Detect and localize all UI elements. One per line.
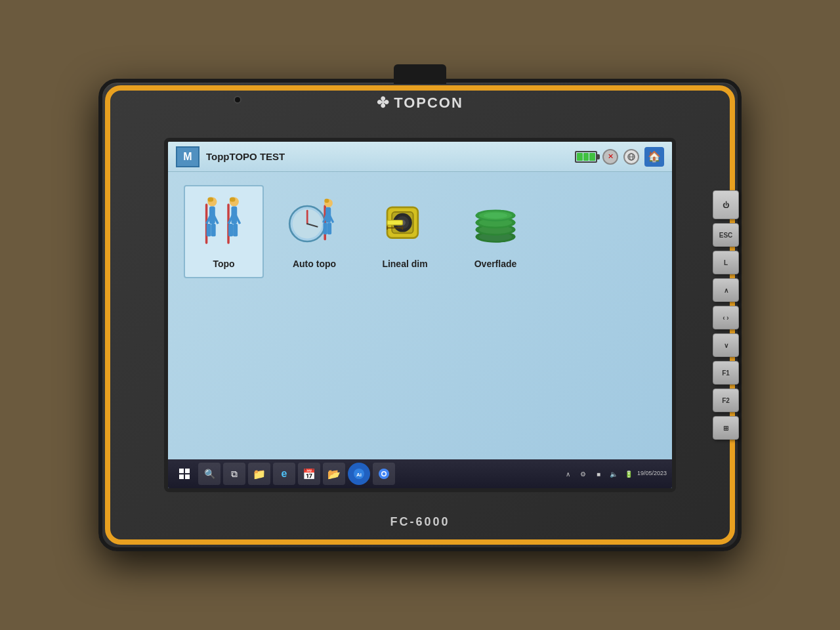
menu-item-topo[interactable]: Topo xyxy=(184,185,264,278)
brand-label: ✤ TOPCON xyxy=(377,94,463,112)
tray-net[interactable]: ■ xyxy=(592,467,605,480)
side-buttons-panel: ⏻ ESC L ∧ ‹ › ∨ F1 F2 ⊞ xyxy=(713,190,739,440)
title-bar: M ToppTOPO TEST ✕ xyxy=(168,142,672,172)
topo-icon xyxy=(194,194,253,253)
svg-rect-51 xyxy=(179,474,184,479)
menu-grid: Topo xyxy=(184,185,656,278)
battery-bar2 xyxy=(583,153,589,161)
tray-chevron[interactable]: ∧ xyxy=(562,467,575,480)
tray-settings[interactable]: ⚙ xyxy=(577,467,590,480)
lineal-dim-icon xyxy=(375,194,434,253)
svg-rect-49 xyxy=(179,469,184,473)
screen: M ToppTOPO TEST ✕ xyxy=(168,142,672,488)
overflade-icon xyxy=(466,194,525,253)
svg-rect-16 xyxy=(233,224,238,236)
f2-button[interactable]: F2 xyxy=(713,388,739,412)
taskbar-tray: ∧ ⚙ ■ 🔈 🔋 19/05/2023 xyxy=(562,467,667,480)
task-view-button[interactable]: ⧉ xyxy=(223,463,245,485)
svg-point-5 xyxy=(207,198,213,202)
model-label: FC-6000 xyxy=(390,515,450,529)
svg-rect-15 xyxy=(228,224,233,236)
m-icon: M xyxy=(176,146,200,167)
title-icons: ✕ 🏠 xyxy=(575,147,664,167)
battery-icon xyxy=(575,151,597,163)
calendar-button[interactable]: 📅 xyxy=(298,463,320,485)
screen-frame: M ToppTOPO TEST ✕ xyxy=(164,138,676,492)
menu-item-auto-topo[interactable]: Auto topo xyxy=(274,185,354,278)
camera xyxy=(234,96,242,104)
auto-topo-label: Auto topo xyxy=(293,259,336,269)
topo-label: Topo xyxy=(213,259,234,269)
network-icon xyxy=(623,149,639,165)
chrome-button[interactable] xyxy=(373,463,395,485)
svg-rect-7 xyxy=(207,224,211,236)
svg-point-48 xyxy=(484,213,507,219)
tray-battery[interactable]: 🔋 xyxy=(622,467,635,480)
svg-rect-28 xyxy=(327,222,331,234)
power-button[interactable]: ⏻ xyxy=(713,190,739,219)
l-button[interactable]: L xyxy=(713,251,739,274)
overflade-label: Overflade xyxy=(474,259,517,269)
svg-point-13 xyxy=(230,198,236,202)
app-blue-button[interactable]: Ai xyxy=(348,463,370,485)
folder-button[interactable]: 📂 xyxy=(323,463,345,485)
home-button[interactable]: 🏠 xyxy=(644,147,664,167)
up-button[interactable]: ∧ xyxy=(713,278,739,302)
device-body: ✤ TOPCON FC-6000 ⏻ ESC L ∧ ‹ › ∨ F1 F2 ⊞… xyxy=(98,79,742,551)
lr-button[interactable]: ‹ › xyxy=(713,306,739,329)
svg-rect-50 xyxy=(185,469,190,473)
svg-rect-8 xyxy=(211,224,216,236)
battery-bar xyxy=(577,153,583,161)
brand-icon: ✤ xyxy=(377,94,390,112)
app-title: ToppTOPO TEST xyxy=(206,151,568,162)
brand-text: TOPCON xyxy=(394,94,463,112)
svg-point-25 xyxy=(324,199,329,203)
svg-rect-27 xyxy=(324,222,327,234)
svg-rect-36 xyxy=(387,220,402,225)
esc-button[interactable]: ESC xyxy=(713,223,739,247)
svg-rect-52 xyxy=(185,474,190,479)
tray-vol[interactable]: 🔈 xyxy=(607,467,620,480)
lineal-dim-label: Lineal dim xyxy=(382,259,427,269)
down-button[interactable]: ∨ xyxy=(713,333,739,357)
win-button[interactable]: ⊞ xyxy=(713,416,739,440)
status-icon: ✕ xyxy=(602,149,618,165)
clock: 19/05/2023 xyxy=(637,470,667,478)
f1-button[interactable]: F1 xyxy=(713,361,739,385)
menu-item-lineal-dim[interactable]: Lineal dim xyxy=(365,185,445,278)
search-button[interactable]: 🔍 xyxy=(198,463,220,485)
auto-topo-icon xyxy=(285,194,344,253)
taskbar: 🔍 ⧉ 📁 e 📅 📂 Ai xyxy=(168,459,672,488)
main-content: Topo xyxy=(168,172,672,459)
menu-item-overflade[interactable]: Overflade xyxy=(455,185,536,278)
windows-button[interactable] xyxy=(173,463,196,485)
svg-text:Ai: Ai xyxy=(356,472,362,478)
files-button[interactable]: 📁 xyxy=(248,463,270,485)
edge-button[interactable]: e xyxy=(273,463,295,485)
battery-bar3 xyxy=(589,153,595,161)
svg-point-57 xyxy=(383,472,386,476)
strap xyxy=(394,64,446,84)
